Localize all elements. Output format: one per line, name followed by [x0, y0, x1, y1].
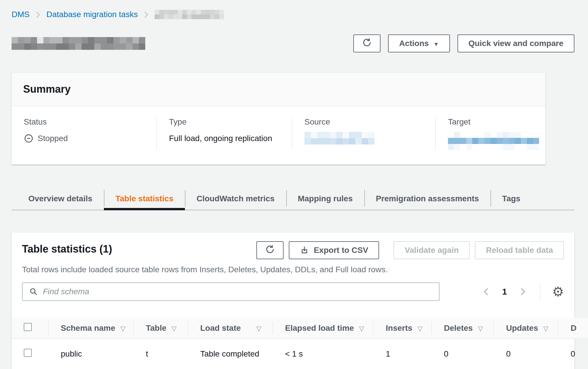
status-value: Stopped: [38, 134, 68, 143]
cell-load-state: Table completed: [188, 339, 272, 369]
page-title-redacted: [12, 37, 145, 50]
preferences-button[interactable]: ⚙: [552, 285, 564, 298]
cell-deletes: 0: [431, 339, 493, 369]
cell-schema-name: public: [48, 339, 133, 369]
stopped-status-icon: [24, 134, 34, 143]
chevron-right-icon: [143, 10, 149, 19]
summary-body: Status Stopped Type Full load, ongoing r…: [12, 106, 545, 165]
tab-table-statistics[interactable]: Table statistics: [104, 188, 185, 210]
breadcrumb-link-tasks[interactable]: Database migration tasks: [46, 10, 138, 19]
breadcrumb-task-name-redacted: [155, 10, 224, 19]
pagination: 1: [482, 287, 527, 297]
refresh-button[interactable]: [353, 34, 381, 52]
quick-view-compare-button[interactable]: Quick view and compare: [457, 34, 574, 52]
tab-premigration-assessments[interactable]: Premigration assessments: [364, 188, 490, 210]
search-icon: [29, 287, 38, 298]
table-header-row: Schema name▽ Table▽ Load state▽ Elapsed …: [12, 318, 588, 339]
tab-cloudwatch-metrics[interactable]: CloudWatch metrics: [185, 188, 286, 210]
sort-icon: ▽: [120, 325, 125, 332]
table-statistics-title: Table statistics (1): [22, 243, 112, 255]
page-header: Actions ▼ Quick view and compare: [12, 32, 574, 54]
column-header-ddls[interactable]: D: [558, 318, 588, 339]
table-statistics-table: Schema name▽ Table▽ Load state▽ Elapsed …: [12, 318, 588, 369]
tab-overview-details[interactable]: Overview details: [12, 188, 104, 210]
chevron-left-icon: [482, 287, 490, 297]
select-all-checkbox[interactable]: [24, 323, 32, 331]
source-label: Source: [304, 117, 423, 127]
dms-task-page: DMS Database migration tasks Actions ▼ Q…: [0, 0, 588, 369]
table-statistics-header: Table statistics (1) Export to CSV: [12, 233, 574, 309]
cell-table: t: [133, 339, 188, 369]
summary-field-status: Status Stopped: [12, 117, 156, 150]
reload-table-data-button[interactable]: Reload table data: [475, 241, 564, 259]
type-value: Full load, ongoing replication: [169, 134, 272, 143]
cell-updates: 0: [493, 339, 558, 369]
tab-mapping-rules[interactable]: Mapping rules: [286, 188, 364, 210]
column-header-elapsed-load-time[interactable]: Elapsed load time▽: [272, 318, 373, 339]
column-header-table[interactable]: Table▽: [133, 318, 188, 339]
table-statistics-panel: Table statistics (1) Export to CSV: [12, 232, 574, 369]
validate-again-button[interactable]: Validate again: [394, 241, 470, 259]
cell-inserts: 1: [373, 339, 431, 369]
table-refresh-button[interactable]: [256, 241, 284, 259]
caret-down-icon: ▼: [433, 41, 439, 47]
tab-bar: Overview details Table statistics CloudW…: [12, 188, 574, 210]
refresh-icon: [265, 244, 275, 256]
type-label: Type: [169, 117, 280, 127]
schema-search: [22, 282, 440, 301]
vertical-divider: [540, 282, 541, 301]
summary-field-source: Source: [292, 117, 435, 150]
summary-field-target: Target: [435, 117, 545, 150]
next-page-button[interactable]: [519, 287, 527, 297]
table-row: public t Table completed < 1 s 1 0 0 0: [12, 339, 588, 369]
summary-header: Summary: [12, 73, 545, 106]
table-filter-row: 1 ⚙: [22, 282, 564, 301]
sort-icon: ▽: [256, 325, 261, 332]
previous-page-button[interactable]: [482, 287, 490, 297]
table-actions: Export to CSV Validate again Reload tabl…: [256, 241, 564, 259]
breadcrumb-link-dms[interactable]: DMS: [12, 10, 30, 19]
sort-icon: ▽: [478, 325, 483, 332]
chevron-right-icon: [35, 10, 41, 19]
cell-elapsed-load-time: < 1 s: [272, 339, 373, 369]
breadcrumb: DMS Database migration tasks: [12, 10, 574, 19]
summary-field-type: Type Full load, ongoing replication: [156, 117, 292, 150]
cell-ddls: 0: [558, 339, 588, 369]
column-header-load-state[interactable]: Load state▽: [188, 318, 272, 339]
sort-icon: ▽: [172, 325, 177, 332]
summary-panel: Summary Status Stopped Type Full load, o…: [12, 72, 545, 165]
export-csv-button[interactable]: Export to CSV: [289, 241, 379, 259]
header-actions: Actions ▼ Quick view and compare: [353, 34, 574, 52]
status-label: Status: [24, 117, 144, 127]
find-schema-input[interactable]: [22, 282, 440, 301]
column-header-inserts[interactable]: Inserts▽: [373, 318, 431, 339]
column-header-deletes[interactable]: Deletes▽: [431, 318, 493, 339]
target-label: Target: [448, 117, 533, 127]
sort-icon: ▽: [543, 325, 548, 332]
tab-tags[interactable]: Tags: [490, 188, 532, 210]
gear-icon: ⚙: [552, 284, 564, 299]
row-checkbox[interactable]: [24, 349, 32, 357]
table-statistics-description: Total rows include loaded source table r…: [22, 265, 564, 274]
sort-icon: ▽: [418, 325, 422, 332]
target-value-redacted: [448, 132, 539, 150]
refresh-icon: [362, 38, 372, 50]
current-page-number[interactable]: 1: [502, 287, 507, 297]
actions-button[interactable]: Actions ▼: [388, 34, 450, 52]
column-header-schema-name[interactable]: Schema name▽: [48, 318, 133, 339]
source-value-redacted: [304, 132, 374, 145]
summary-title: Summary: [23, 83, 534, 95]
download-icon: [300, 246, 309, 255]
chevron-right-icon: [519, 287, 527, 297]
sort-icon: ▽: [359, 325, 364, 332]
column-header-updates[interactable]: Updates▽: [493, 318, 558, 339]
select-all-header: [12, 318, 48, 339]
